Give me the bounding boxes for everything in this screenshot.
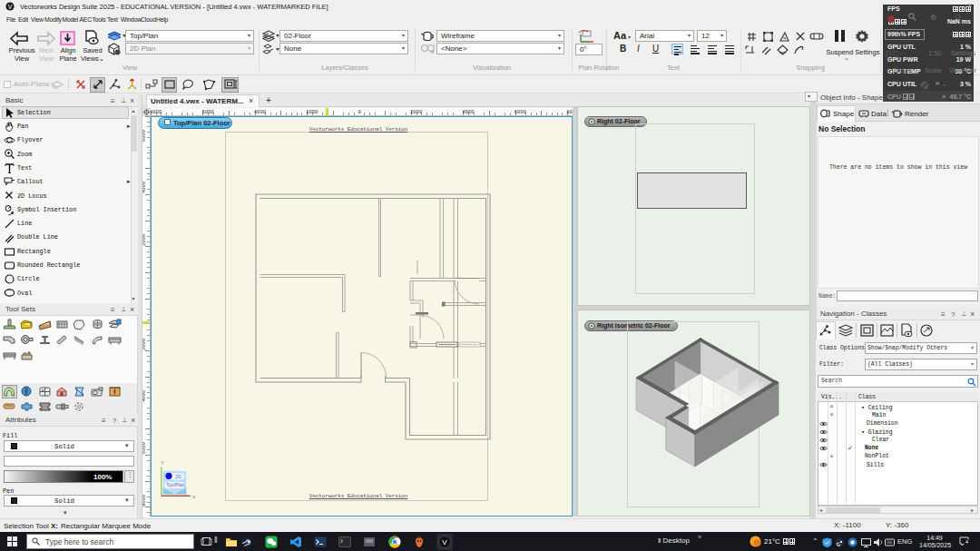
svg-text:V: V — [442, 538, 447, 546]
